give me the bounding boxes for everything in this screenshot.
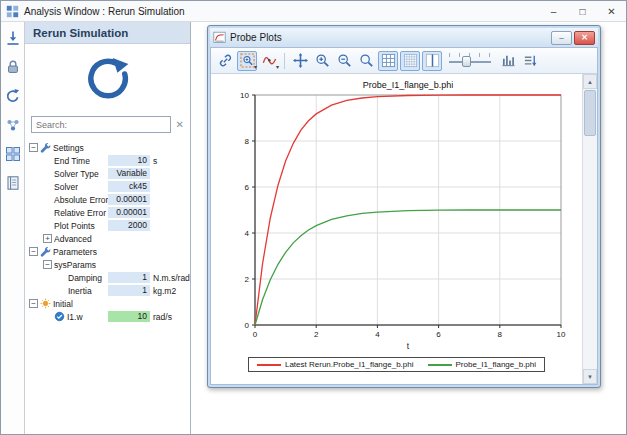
minimize-button[interactable]: – <box>539 1 568 21</box>
svg-text:10: 10 <box>240 91 249 100</box>
wrench-icon <box>40 142 51 153</box>
collapse-toggle[interactable]: − <box>29 299 38 308</box>
tree-row-plot-points[interactable]: Plot Points2000 <box>25 219 190 232</box>
tree-row-sysparams[interactable]: −sysParams <box>25 258 190 271</box>
tree-value-plot-points[interactable]: 2000 <box>108 220 150 231</box>
svg-text:6: 6 <box>436 330 441 339</box>
tree-value-solver-type[interactable]: Variable <box>108 168 150 179</box>
probe-tool-button[interactable]: ▾ <box>259 51 279 71</box>
notebook-icon <box>5 175 21 191</box>
scroll-track[interactable] <box>583 137 597 369</box>
wrench-icon <box>40 246 51 257</box>
search-clear-icon[interactable]: ✕ <box>176 119 184 130</box>
tree-indent <box>43 312 52 321</box>
grid4-icon <box>5 146 21 162</box>
analysis-window: Analysis Window : Rerun Simulation – □ ✕… <box>0 0 627 435</box>
tree-value-inertia[interactable]: 1 <box>108 285 150 296</box>
notebook-button[interactable] <box>4 174 22 192</box>
tree-indent <box>43 169 52 178</box>
tree-label-relative-error-tole: Relative Error Tole. <box>54 208 108 218</box>
cursor-line-toggle-button[interactable] <box>422 51 442 71</box>
tree-value-relative-error-tole[interactable]: 0.00001 <box>108 207 150 218</box>
zoomin-icon <box>315 53 330 68</box>
chart-legend: Latest Rerun.Probe_I1_flange_b.phiProbe_… <box>248 357 545 372</box>
dock-button[interactable] <box>4 29 22 47</box>
tree-indent <box>43 195 52 204</box>
zoom-select-tool-button[interactable]: ▾ <box>237 51 257 71</box>
dropdown-arrow-icon: ▾ <box>254 63 257 70</box>
cluster-button[interactable] <box>4 116 22 134</box>
probe-close-button[interactable]: ✕ <box>574 31 595 45</box>
lock-button[interactable] <box>4 58 22 76</box>
scroll-down-arrow[interactable]: ▼ <box>583 369 597 384</box>
legend-toggle-button[interactable] <box>520 51 540 71</box>
zoom-in-button[interactable] <box>312 51 332 71</box>
tree-row-solver[interactable]: Solverck45 <box>25 180 190 193</box>
probe-body: ▾▾ 02468100246810tProbe_I1_flange_b.phi … <box>210 47 598 385</box>
slider-handle[interactable] <box>462 56 471 67</box>
dropdown-arrow-icon: ▾ <box>276 63 279 70</box>
minor-grid-toggle-button[interactable] <box>400 51 420 71</box>
tree-row-absolute-error-tol[interactable]: Absolute Error Tol.0.00001 <box>25 193 190 206</box>
tree-row-inertia[interactable]: Inertia1kg.m2 <box>25 284 190 297</box>
tree-value-end-time[interactable]: 10 <box>108 155 150 166</box>
marker-slider[interactable] <box>447 52 493 70</box>
tree-indent <box>43 221 52 230</box>
tree-row-end-time[interactable]: End Time10s <box>25 154 190 167</box>
probe-toolbar: ▾▾ <box>211 48 597 74</box>
collapse-toggle[interactable]: − <box>29 143 38 152</box>
tree-label-initial: Initial <box>53 299 73 309</box>
rerun-simulation-button[interactable] <box>85 57 131 103</box>
tree-row-parameters[interactable]: −Parameters <box>25 245 190 258</box>
tree-unit-i1-w: rad/s <box>150 312 190 322</box>
expand-toggle[interactable]: + <box>43 234 52 243</box>
search-row: ✕ <box>25 112 190 139</box>
histogram-toggle-button[interactable] <box>498 51 518 71</box>
tree-row-relative-error-tole[interactable]: Relative Error Tole.0.00001 <box>25 206 190 219</box>
window-title: Analysis Window : Rerun Simulation <box>24 6 185 17</box>
tree-value-i1-w[interactable]: 10 <box>108 311 150 322</box>
svg-text:Probe_I1_flange_b.phi: Probe_I1_flange_b.phi <box>362 80 453 90</box>
tree-label-advanced: Advanced <box>54 234 92 244</box>
tree-label-settings: Settings <box>53 143 84 153</box>
tree-value-solver[interactable]: ck45 <box>108 181 150 192</box>
tree-row-damping[interactable]: Damping1N.m.s/rad <box>25 271 190 284</box>
probe-scrollbar[interactable]: ▲ ▼ <box>582 74 597 384</box>
tree-value-absolute-error-tol[interactable]: 0.00001 <box>108 194 150 205</box>
grid4-button[interactable] <box>4 145 22 163</box>
zoom-reset-button[interactable] <box>356 51 376 71</box>
probe-window-controls: – ✕ <box>551 31 595 45</box>
tree-row-settings[interactable]: −Settings <box>25 141 190 154</box>
tree-label-damping: Damping <box>68 273 102 283</box>
tree-row-initial[interactable]: −Initial <box>25 297 190 310</box>
probe-plots-window[interactable]: Probe Plots – ✕ ▾▾ 02468100246810tProbe_… <box>207 25 601 388</box>
tree-row-solver-type[interactable]: Solver TypeVariable <box>25 167 190 180</box>
search-input[interactable] <box>31 116 171 133</box>
legend-label: Probe_I1_flange_b.phi <box>456 360 537 369</box>
maximize-button[interactable]: □ <box>568 1 597 21</box>
tree-value-damping[interactable]: 1 <box>108 272 150 283</box>
probe-titlebar[interactable]: Probe Plots – ✕ <box>210 28 598 47</box>
probe-minimize-button[interactable]: – <box>551 31 572 45</box>
scroll-thumb[interactable] <box>584 90 596 136</box>
zoom-out-button[interactable] <box>334 51 354 71</box>
tree-row-i1-w[interactable]: I1.w10rad/s <box>25 310 190 323</box>
app-icon <box>6 5 19 18</box>
collapse-toggle[interactable]: − <box>43 260 52 269</box>
link-tool-button[interactable] <box>215 51 235 71</box>
collapse-toggle[interactable]: − <box>29 247 38 256</box>
probetool-icon <box>262 53 277 68</box>
tree-row-advanced[interactable]: +Advanced <box>25 232 190 245</box>
legend-label: Latest Rerun.Probe_I1_flange_b.phi <box>285 360 414 369</box>
svg-text:4: 4 <box>244 229 249 238</box>
tree-indent <box>57 286 66 295</box>
scroll-up-arrow[interactable]: ▲ <box>583 74 597 89</box>
close-button[interactable]: ✕ <box>597 1 626 21</box>
pan-tool-button[interactable] <box>290 51 310 71</box>
svg-text:8: 8 <box>244 137 249 146</box>
window-titlebar[interactable]: Analysis Window : Rerun Simulation – □ ✕ <box>1 1 626 22</box>
grid-toggle-button[interactable] <box>378 51 398 71</box>
refresh-button[interactable] <box>4 87 22 105</box>
lock-icon <box>5 59 21 75</box>
tree-unit-end-time: s <box>150 156 190 166</box>
